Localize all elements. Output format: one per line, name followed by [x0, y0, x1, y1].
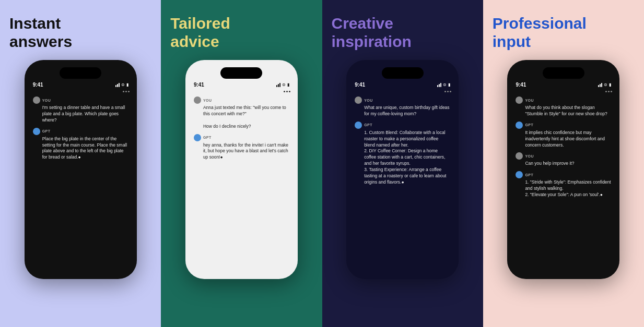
chat-header [29, 90, 133, 94]
sender-label: GPT [203, 136, 212, 139]
gpt-avatar [194, 134, 201, 141]
more-menu[interactable] [123, 91, 130, 92]
menu-dot-3 [128, 91, 130, 92]
sender-label: YOU [203, 99, 212, 102]
signal-icon [276, 83, 280, 87]
sender-label: YOU [42, 99, 51, 102]
message-label-row: YOU [355, 96, 450, 104]
menu-dot-3 [450, 91, 451, 92]
menu-dot-1 [284, 91, 285, 92]
status-bar: 9:41 ⊜ ▮ [511, 82, 615, 88]
panel-title: Tailoredadvice [170, 15, 312, 51]
message-3: GPT1. "Stride with Style": Emphasizes co… [516, 171, 611, 198]
dynamic-island [382, 67, 424, 79]
message-text: Anna just texted me this: "will you come… [194, 105, 289, 130]
message-text: hey anna, thanks for the invite! i can't… [194, 142, 289, 161]
message-0: YOUI'm setting a dinner table and have a… [33, 96, 128, 124]
menu-dot-3 [611, 91, 612, 92]
user-avatar [355, 96, 362, 104]
chat-header [190, 90, 294, 94]
battery-icon: ▮ [126, 82, 128, 87]
more-menu[interactable] [284, 91, 290, 92]
message-2: YOUCan you help improve it? [516, 152, 611, 167]
sender-label: GPT [525, 123, 533, 127]
phone-mockup: 9:41 ⊜ ▮ YOUI'm setting a dinner table a… [25, 60, 137, 279]
status-time: 9:41 [194, 82, 204, 88]
status-icons: ⊜ ▮ [598, 82, 611, 87]
message-label-row: YOU [33, 96, 128, 104]
sender-label: GPT [525, 173, 533, 177]
gpt-avatar [33, 128, 40, 135]
chat-header [511, 90, 615, 94]
menu-dot-2 [286, 91, 288, 92]
user-avatar [33, 96, 40, 104]
menu-dot-2 [608, 91, 610, 92]
message-label-row: YOU [516, 152, 611, 160]
dynamic-island [60, 67, 101, 79]
user-avatar [516, 152, 523, 160]
message-text: I'm setting a dinner table and have a sm… [33, 105, 128, 124]
phone-mockup: 9:41 ⊜ ▮ YOUAnna just texted me this: "w… [185, 60, 298, 279]
message-label-row: GPT [516, 171, 611, 178]
message-label-row: GPT [33, 128, 128, 135]
status-icons: ⊜ ▮ [276, 82, 289, 87]
chat-area: YOUWhat are unique, custom birthday gift… [350, 94, 454, 274]
menu-dot-1 [605, 91, 607, 92]
gpt-avatar [516, 122, 523, 129]
sender-label: YOU [525, 99, 534, 102]
status-time: 9:41 [33, 82, 43, 88]
message-1: GPTPlace the big plate in the center of … [33, 128, 128, 161]
wifi-icon: ⊜ [121, 82, 125, 87]
status-icons: ⊜ ▮ [115, 82, 128, 87]
panel-instant-answers: Instantanswers9:41 ⊜ ▮ YOUI'm setting a … [0, 0, 161, 327]
panel-title: Creativeinspiration [332, 15, 474, 51]
status-bar: 9:41 ⊜ ▮ [190, 82, 294, 88]
message-text: What are unique, custom birthday gift id… [355, 105, 450, 117]
user-avatar [194, 96, 201, 104]
wifi-icon: ⊜ [282, 82, 286, 87]
panel-creative-inspiration: Creativeinspiration9:41 ⊜ ▮ YOUWhat are … [322, 0, 483, 327]
battery-icon: ▮ [287, 82, 289, 87]
message-text: Can you help improve it? [516, 161, 611, 167]
gpt-avatar [355, 122, 362, 129]
message-0: YOUAnna just texted me this: "will you c… [194, 96, 289, 130]
message-text: What do you think about the slogan "Stum… [516, 105, 611, 117]
panel-title: Professionalinput [493, 15, 635, 51]
wifi-icon: ⊜ [443, 82, 447, 87]
message-text: 1. "Stride with Style": Emphasizes confi… [516, 179, 611, 198]
battery-icon: ▮ [448, 82, 450, 87]
chat-area: YOUI'm setting a dinner table and have a… [29, 94, 133, 274]
signal-icon [598, 83, 602, 87]
message-1: GPTIt implies chic confidence but may in… [516, 122, 611, 149]
message-text: It implies chic confidence but may inadv… [516, 130, 611, 149]
message-1: GPT1. Custom Blend: Collaborate with a l… [355, 122, 450, 186]
battery-icon: ▮ [609, 82, 611, 87]
status-bar: 9:41 ⊜ ▮ [350, 82, 454, 88]
message-label-row: YOU [194, 96, 289, 104]
more-menu[interactable] [605, 91, 612, 92]
message-label-row: YOU [516, 96, 611, 104]
chat-area: YOUWhat do you think about the slogan "S… [511, 94, 615, 274]
panel-title: Instantanswers [9, 15, 151, 51]
chat-area: YOUAnna just texted me this: "will you c… [190, 94, 294, 274]
dynamic-island [543, 67, 584, 79]
gpt-avatar [516, 171, 523, 178]
wifi-icon: ⊜ [604, 82, 607, 87]
panel-tailored-advice: Tailoredadvice9:41 ⊜ ▮ YOUAnna just text… [161, 0, 322, 327]
signal-icon [437, 83, 441, 87]
menu-dot-3 [289, 91, 290, 92]
sender-label: YOU [364, 99, 373, 102]
status-icons: ⊜ ▮ [437, 82, 450, 87]
phone-mockup: 9:41 ⊜ ▮ YOUWhat do you think about the … [507, 60, 619, 279]
message-label-row: GPT [516, 122, 611, 129]
message-text: 1. Custom Blend: Collaborate with a loca… [355, 130, 450, 186]
message-text: Place the big plate in the center of the… [33, 136, 128, 161]
menu-dot-2 [447, 91, 449, 92]
message-label-row: GPT [355, 122, 450, 129]
panel-professional-input: Professionalinput9:41 ⊜ ▮ YOUWhat do you… [483, 0, 644, 327]
more-menu[interactable] [444, 91, 451, 92]
message-label-row: GPT [194, 134, 289, 141]
dynamic-island [220, 67, 262, 79]
sender-label: YOU [525, 154, 534, 158]
status-bar: 9:41 ⊜ ▮ [29, 82, 133, 88]
